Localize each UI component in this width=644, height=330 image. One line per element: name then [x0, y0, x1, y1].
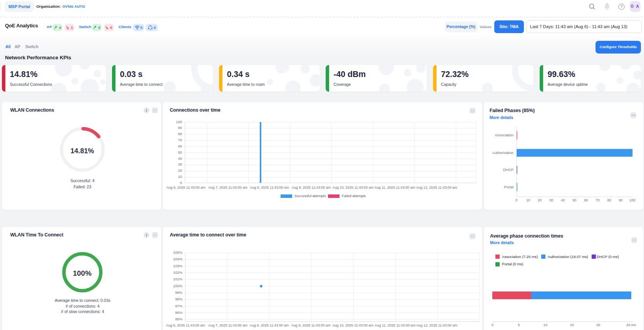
svg-text:?: ?	[620, 4, 622, 9]
